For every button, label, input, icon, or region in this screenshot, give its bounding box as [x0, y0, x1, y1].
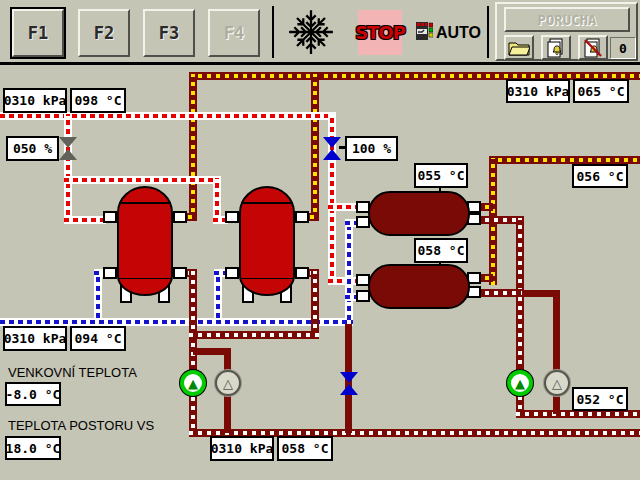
temperature-indicator: 056 °C [572, 164, 628, 188]
control-valve-left[interactable] [59, 137, 77, 160]
boiler-tank-2 [239, 186, 295, 296]
pipe-stub [225, 211, 239, 223]
pump-triangle-icon: △ [552, 377, 562, 390]
folder-icon [508, 39, 530, 56]
heat-exchanger-1 [368, 191, 470, 236]
pump-right-standby[interactable]: △ [544, 370, 570, 396]
toolbar-divider [487, 6, 489, 58]
pipe-stub [173, 211, 187, 223]
pump-left-standby[interactable]: △ [215, 370, 241, 396]
control-valve-mid[interactable] [323, 137, 341, 160]
pressure-indicator: 0310 kPa [3, 326, 67, 351]
alarm-log-button[interactable] [504, 35, 534, 60]
pipe-segment [345, 221, 353, 320]
pipe-segment [94, 271, 102, 318]
hmi-screen: F1 F2 F3 F4 STOP [0, 0, 640, 480]
valve-position-indicator: 050 % [6, 136, 59, 161]
pipe-segment [64, 176, 221, 184]
pipe-segment [214, 271, 222, 318]
alarm-ack-button[interactable] [541, 35, 571, 60]
pipe-segment [189, 74, 197, 221]
pump-triangle-icon: △ [223, 377, 233, 390]
stop-indicator: STOP [358, 10, 402, 55]
alarm-panel: PORUCHA [495, 2, 638, 61]
pipe-segment [64, 114, 72, 224]
toolbar-divider [272, 6, 274, 58]
pipe-segment [516, 410, 640, 418]
pipe-stub [295, 267, 309, 279]
pipe-stub [295, 211, 309, 223]
pipe-stub [103, 267, 117, 279]
pressure-indicator: 0310 kPa [3, 88, 67, 113]
pipe-segment [476, 289, 524, 297]
f4-button[interactable]: F4 [208, 9, 260, 57]
pipe-stub [225, 267, 239, 279]
pump-left-running[interactable]: ▲ [180, 370, 206, 396]
pressure-indicator: 0310 kPa [506, 79, 570, 103]
temperature-indicator: 058 °C [277, 436, 333, 461]
temperature-indicator: 065 °C [573, 79, 629, 103]
pipe-segment [64, 216, 106, 224]
pipe-stub [103, 211, 117, 223]
porucha-button[interactable]: PORUCHA [504, 7, 630, 32]
alarm-bell-muted-page-icon [583, 38, 603, 58]
temperature-indicator: 052 °C [572, 387, 628, 411]
pipe-segment [489, 156, 640, 164]
f2-button[interactable]: F2 [78, 9, 130, 57]
pump-right-running[interactable]: ▲ [507, 370, 533, 396]
pipe-segment [0, 318, 353, 326]
pipe-segment [0, 112, 336, 120]
temperature-indicator: 18.0 °C [5, 436, 61, 460]
pump-triangle-icon: ▲ [188, 377, 198, 390]
temperature-indicator: 058 °C [414, 238, 468, 263]
toolbar: F1 F2 F3 F4 STOP [0, 0, 640, 65]
pressure-indicator: 0310 kPa [210, 436, 274, 461]
room-temp-caption: TEPLOTA POSTORU VS [8, 418, 154, 433]
alarm-mute-button[interactable] [578, 35, 608, 60]
pipe-segment [189, 331, 319, 339]
auto-mode-icon [416, 22, 433, 40]
boiler-tank-1 [117, 186, 173, 296]
pipe-segment [311, 74, 319, 221]
pump-triangle-icon: ▲ [515, 377, 525, 390]
temperature-indicator: 055 °C [414, 163, 468, 188]
alarm-counter: 0 [610, 37, 636, 59]
heat-exchanger-2 [368, 264, 470, 309]
f3-button[interactable]: F3 [143, 9, 195, 57]
snowflake-icon [286, 7, 336, 57]
temperature-indicator: 094 °C [70, 326, 126, 351]
temperature-indicator: 098 °C [70, 88, 126, 113]
shutoff-valve-bottom[interactable] [340, 372, 358, 395]
outdoor-temp-caption: VENKOVNÍ TEPLOTA [8, 365, 137, 380]
alarm-bell-page-icon [546, 38, 566, 58]
pipe-stub [173, 267, 187, 279]
pipe-segment [311, 271, 319, 337]
temperature-indicator: -8.0 °C [5, 382, 61, 406]
auto-indicator: AUTO [436, 24, 481, 42]
f1-button[interactable]: F1 [12, 9, 64, 57]
valve-position-indicator: 100 % [345, 136, 398, 161]
